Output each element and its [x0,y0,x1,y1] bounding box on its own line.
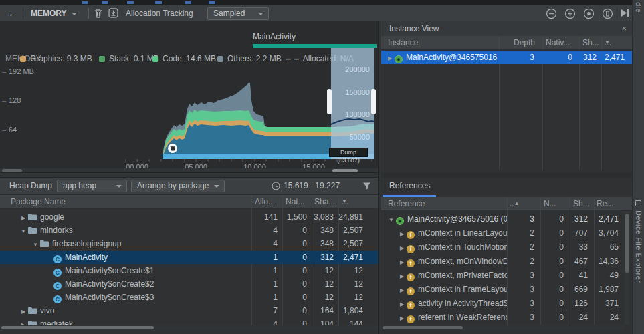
right-tick-200000: 200000 [330,65,370,73]
sampling-mode-dropdown[interactable]: Sampled [207,7,269,20]
scrollbar-thumb[interactable] [625,214,629,273]
ref-row-onwindowdi[interactable]: ▶fmContext, mOnWindowDi 2 0 467 14,36 [381,255,625,269]
trash-icon[interactable] [94,8,103,21]
instance-icon: ● [395,55,403,63]
arrange-dropdown[interactable]: Arrange by package [131,180,225,192]
heap-row-firebaseloginsignup[interactable]: ▼firebaseloginsignup 4 0 348 2,507 [0,237,378,251]
references-hscrollbar[interactable] [381,325,625,330]
col-shallow-size[interactable]: Sha... [314,195,335,208]
gradle-tab-partial[interactable]: dle [635,2,643,13]
ref-row-framelayout[interactable]: ▶fmContext in FrameLayout( 3 0 669 1,987 [381,283,625,297]
profiler-toolbar: ← MEMORY Allocation Tracking Sampled [0,5,632,22]
references-table-header[interactable]: Reference .. ▲ N... Sh... Re... [381,197,632,211]
col-depth[interactable]: .. ▲ [510,197,514,210]
col-allocations[interactable]: Allo... [255,195,275,208]
decorative-glyph [127,1,134,4]
instance-name: MainActivity@346575016 [406,53,497,62]
ref-row-linearlayout[interactable]: ▶fmContext in LinearLayout( 2 0 707 3,70… [381,226,625,240]
zoom-to-selection-button[interactable] [602,8,613,21]
expand-icon[interactable]: ▶ [397,228,407,241]
heap-row-oncreate3[interactable]: CMainActivity$onCreate$3 1 0 12 12 [0,291,378,304]
arrange-value: Arrange by package [137,181,209,190]
selection-range-overlay[interactable] [331,48,374,159]
col-instance[interactable]: Instance [388,36,418,49]
profiler-type-dropdown[interactable]: MEMORY [31,5,77,21]
heap-row-oncreate2[interactable]: CMainActivity$onCreate$2 1 0 12 12 [0,277,378,291]
decorative-glyph [82,1,88,4]
selection-handle-right[interactable] [371,89,376,114]
instance-view-title: Instance View × [381,21,632,36]
zoom-out-button[interactable] [546,8,557,21]
decorative-glyph [185,1,191,4]
back-button[interactable]: ← [8,5,17,21]
attach-to-live-button[interactable] [620,8,630,20]
instance-table-header[interactable]: Instance Depth Nativ... Sh... ... ▼ [381,36,632,50]
col-native[interactable]: Nativ... [546,36,570,49]
references-vscrollbar[interactable] [625,212,629,325]
ref-row-privatefactory[interactable]: ▶fmContext, mPrivateFactor 3 0 41 49 [381,269,625,283]
scrollbar-thumb[interactable] [1,326,154,329]
filter-icon[interactable] [362,182,371,192]
collapse-icon[interactable]: ▼ [387,214,396,227]
memory-profiler-window: ← MEMORY Allocation Tracking Sampled [0,0,644,334]
col-reference[interactable]: Reference [388,197,425,210]
field-icon: f [407,301,415,309]
right-tool-rail: dle Device File Explorer [632,0,644,334]
chevron-down-icon [72,13,77,15]
tab-references[interactable]: References [389,181,430,190]
folder-icon [28,224,37,238]
collapse-icon[interactable]: ▼ [19,225,28,238]
expand-icon[interactable]: ▶ [397,284,407,297]
ref-row-activitythread[interactable]: ▶factivity in ActivityThread$. 3 0 126 3… [381,297,625,311]
collapse-icon[interactable]: ▼ [31,238,40,252]
reset-zoom-button[interactable] [583,8,595,21]
expand-icon[interactable]: ▶ [19,305,28,319]
ref-row-weakreference[interactable]: ▶freferent in WeakReference 3 0 24 24 [381,311,625,325]
device-file-explorer-tab[interactable]: Device File Explorer [635,210,643,283]
col-package-name[interactable]: Package Name [11,195,66,208]
folder-icon [28,305,37,318]
chevron-down-icon [258,13,263,15]
ref-row-touchmotion[interactable]: ▶fmContext in TouchMotion 2 0 33 65 [381,240,625,255]
memory-stacked-area-chart[interactable] [0,21,378,172]
heap-hscrollbar[interactable] [0,325,378,330]
references-panel: References Reference .. ▲ N... Sh... Re.… [381,178,632,334]
sort-desc-icon: ▼ [342,195,347,208]
col-native[interactable]: N... [544,197,556,210]
expand-icon[interactable]: ▶ [397,312,407,325]
instance-row-mainactivity[interactable]: ▶●MainActivity@346575016 3 0 312 2,471 [381,51,632,64]
close-icon[interactable]: × [621,21,627,36]
expand-icon[interactable]: ▶ [397,298,407,311]
heap-row-mainactivity[interactable]: CMainActivity 1 0 312 2,471 [0,251,378,264]
heap-select-dropdown[interactable]: app heap [57,180,127,192]
class-icon: C [53,255,62,263]
allocation-tracking-label: Allocation Tracking [126,5,193,21]
heap-row-mindorks[interactable]: ▼mindorks 4 0 348 2,507 [0,224,378,237]
expand-icon[interactable]: ▶ [397,256,407,269]
heap-table-header[interactable]: Package Name Allo... Nat... Sha... ... ▼ [0,195,378,209]
expand-icon[interactable]: ▶ [19,212,28,225]
panel-title-text: Instance View [389,24,439,33]
expand-icon[interactable]: ▶ [397,270,407,283]
export-heap-dump-icon[interactable] [108,8,118,20]
col-shallow[interactable]: Sh... [573,197,590,210]
class-icon: C [53,282,62,290]
heap-row-oncreate1[interactable]: CMainActivity$onCreate$1 1 0 12 12 [0,264,378,277]
col-shallow[interactable]: Sh... [582,36,599,49]
zoom-in-button[interactable] [564,8,576,21]
decorative-glyph [209,1,215,4]
references-table-body: ▼●MainActivity@346575016 (0x 3 0 312 2,4… [381,211,625,325]
heap-row-vivo[interactable]: ▶vivo 7 0 164 1,804 [0,304,378,317]
ref-row-mainactivity[interactable]: ▼●MainActivity@346575016 (0x 3 0 312 2,4… [381,212,625,226]
scrollbar-thumb[interactable] [383,326,463,329]
horizontal-splitter[interactable] [0,172,378,178]
heap-row-google[interactable]: ▶google 141 1,500 3,083 24,891 [0,210,378,224]
col-native-size[interactable]: Nat... [286,195,305,208]
expand-icon[interactable]: ▶ [385,52,395,65]
field-icon: f [407,231,415,239]
sort-desc-icon: ▼ [605,36,610,49]
col-depth[interactable]: Depth [499,36,535,49]
expand-icon[interactable]: ▶ [397,242,407,255]
class-icon: C [53,295,62,303]
col-retained[interactable]: Re... [597,197,613,210]
